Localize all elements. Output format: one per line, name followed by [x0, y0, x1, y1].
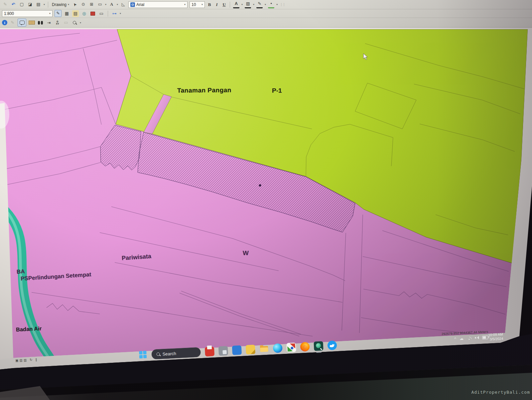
drawing-menu-label: Drawing: [52, 2, 66, 7]
taskbar-app-maps[interactable]: [286, 343, 296, 352]
underline-button[interactable]: U: [221, 2, 227, 7]
wifi-icon[interactable]: [467, 336, 472, 340]
font-color-icon[interactable]: A: [233, 1, 239, 8]
drawing-menu[interactable]: Drawing ▾: [51, 2, 70, 7]
drawing-toolbar-row: ✎ ↶ ▢ ◪ ▤ ▾ Drawing ▾ ➤ ⊙ ⊞ ▭ ▾ A ▾ ◺ O …: [0, 0, 532, 9]
map-scale-select[interactable]: 1:800 ▾: [2, 10, 53, 17]
font-family-select[interactable]: O Arial ▾: [128, 1, 188, 8]
taskbar-app-firefox[interactable]: [300, 342, 310, 351]
map-canvas[interactable]: [0, 0, 532, 400]
info-icon[interactable]: i: [2, 20, 7, 25]
identify-icon[interactable]: [18, 19, 26, 27]
font-size-select[interactable]: 10 ▾: [190, 1, 205, 8]
marker-color-dropdown-icon[interactable]: ▾: [276, 3, 278, 6]
standard-toolbar-row: 1:800 ▾ ✎ ▦ ▤ ◎ ▭ ⊶ ▾: [0, 9, 532, 18]
speaker-icon[interactable]: [475, 336, 479, 340]
zoom-to-selected-icon[interactable]: ⊞: [88, 1, 95, 8]
undo-icon[interactable]: ↶: [10, 1, 17, 8]
hyperlink-pencil-icon[interactable]: ✎: [9, 20, 16, 26]
separator: [230, 2, 230, 8]
line-color-dropdown-icon[interactable]: ▾: [265, 3, 266, 6]
toolbar-overflow-icon[interactable]: ▾: [80, 21, 81, 24]
bold-button[interactable]: B: [207, 2, 212, 7]
layout-icon[interactable]: ◪: [27, 1, 33, 8]
line-color-icon[interactable]: ✎: [256, 1, 263, 8]
mouse-cursor: [363, 53, 368, 62]
arcmap-toolbars: ✎ ↶ ▢ ◪ ▤ ▾ Drawing ▾ ➤ ⊙ ⊞ ▭ ▾ A ▾ ◺ O …: [0, 0, 532, 28]
go-to-xy-icon[interactable]: ⊙XY: [54, 19, 61, 26]
search-icon: [156, 352, 160, 356]
font-family-value: Arial: [136, 2, 144, 7]
zone-label-w: W: [243, 250, 249, 257]
pencil-icon[interactable]: ✎: [2, 1, 8, 8]
tools-toolbar-row: i ✎ ⇥ ⊙XY ▭ ▾: [0, 18, 532, 27]
map-scale-value: 1:800: [4, 11, 14, 16]
toolbar-overflow-icon[interactable]: ▾: [120, 12, 121, 15]
find-icon[interactable]: [37, 19, 44, 26]
toolbar-grip-icon[interactable]: ⋮⋮: [280, 3, 285, 6]
fill-color-icon[interactable]: ▨: [245, 1, 251, 8]
chevron-up-icon[interactable]: ^: [454, 337, 456, 341]
search-label: Search: [162, 351, 176, 356]
new-text-icon[interactable]: A: [108, 1, 115, 8]
viewer-window-icon[interactable]: [71, 19, 78, 26]
taskbar-app-mail[interactable]: [205, 347, 214, 356]
taskbar-app-arcgis[interactable]: [314, 341, 323, 351]
xy-label: XY: [56, 23, 59, 25]
sketch-tool-icon[interactable]: ✎: [55, 10, 62, 17]
zone-label-tanaman-pangan: Tanaman Pangan: [177, 86, 231, 94]
zone-label-badan-air: Badan Air: [16, 325, 42, 333]
chevron-down-icon: ▾: [68, 3, 69, 6]
fill-color-dropdown-icon[interactable]: ▾: [253, 3, 254, 6]
xy-dot: ⊙: [57, 20, 59, 23]
font-color-dropdown-icon[interactable]: ▾: [241, 3, 243, 6]
toolbar-overflow-icon[interactable]: ▾: [44, 3, 45, 6]
model-builder-icon[interactable]: ⊶: [111, 10, 118, 17]
table-icon[interactable]: ▦: [64, 10, 70, 17]
rotate-icon[interactable]: ⊙: [80, 1, 86, 8]
font-size-value: 10: [192, 2, 196, 7]
select-elements-cursor-icon[interactable]: ➤: [70, 0, 79, 9]
marker-color-icon[interactable]: •: [268, 1, 274, 8]
italic-button[interactable]: I: [214, 2, 219, 7]
separator: [48, 2, 48, 8]
taskbar-app-task-view[interactable]: [218, 346, 228, 355]
attribute-table-icon[interactable]: ▤: [72, 10, 79, 17]
cloud-icon[interactable]: ☁: [460, 337, 464, 341]
template-icon[interactable]: ▤: [35, 1, 42, 8]
taskbar-app-sticky-notes[interactable]: [246, 345, 255, 354]
photo-of-monitor: ✎ ↶ ▢ ◪ ▤ ▾ Drawing ▾ ➤ ⊙ ⊞ ▭ ▾ A ▾ ◺ O …: [0, 0, 532, 400]
text-dropdown-icon[interactable]: ▾: [117, 3, 118, 6]
red-toolbox-icon[interactable]: [89, 10, 96, 17]
new-map-icon[interactable]: ▢: [19, 1, 25, 8]
watermark: AditPropertyBali.com: [471, 390, 530, 395]
frame-icon[interactable]: ▭: [98, 10, 105, 17]
trace-tool-icon[interactable]: ◎: [81, 10, 87, 17]
clock-date: 3/5/2024: [488, 337, 503, 342]
zone-label-p-1: P-1: [272, 87, 282, 94]
measure-icon[interactable]: [28, 19, 35, 26]
shape-dropdown-icon[interactable]: ▾: [105, 3, 106, 6]
windows-start-button[interactable]: [139, 351, 147, 359]
disabled-window-icon: ▭: [63, 20, 69, 26]
edit-vertices-icon[interactable]: ◺: [120, 1, 126, 8]
point-marker: [259, 184, 261, 187]
taskbar-app-file-explorer[interactable]: [259, 344, 269, 353]
new-rectangle-icon[interactable]: ▭: [97, 1, 103, 8]
font-symbol-icon: O: [130, 2, 135, 7]
zone-label-ba: BA: [16, 268, 25, 275]
go-to-icon[interactable]: ⇥: [46, 19, 52, 26]
taskbar-clock[interactable]: 10:09 AM 3/5/2024: [488, 332, 503, 342]
taskbar-app-edge[interactable]: [273, 343, 283, 353]
separator: [108, 11, 108, 17]
taskbar-app-microsoft-store[interactable]: [232, 345, 242, 355]
taskbar-app-twitter[interactable]: [327, 341, 337, 350]
battery-icon[interactable]: [482, 335, 488, 339]
